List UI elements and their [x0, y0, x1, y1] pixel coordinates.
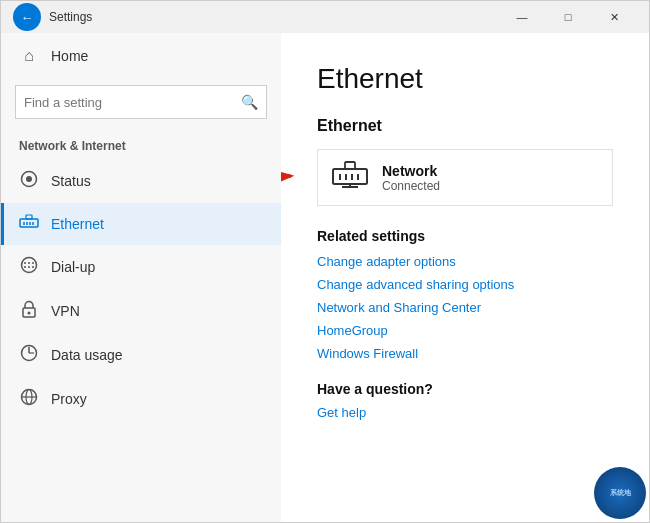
- sidebar-item-home[interactable]: ⌂ Home: [1, 33, 281, 79]
- svg-rect-22: [333, 169, 367, 184]
- firewall-link[interactable]: Windows Firewall: [317, 346, 613, 361]
- main-content: Ethernet Ethernet Netw: [281, 33, 649, 522]
- window-title: Settings: [49, 10, 92, 24]
- sidebar-item-vpn-label: VPN: [51, 303, 80, 319]
- dialup-icon: [19, 256, 39, 278]
- homegroup-link[interactable]: HomeGroup: [317, 323, 613, 338]
- network-sharing-center-link[interactable]: Network and Sharing Center: [317, 300, 613, 315]
- maximize-button[interactable]: □: [545, 1, 591, 33]
- ethernet-icon: [19, 214, 39, 234]
- svg-rect-23: [345, 162, 355, 169]
- network-card-icon: [332, 160, 368, 195]
- get-help-link[interactable]: Get help: [317, 405, 613, 420]
- network-status: Connected: [382, 179, 440, 193]
- related-settings-title: Related settings: [317, 228, 613, 244]
- svg-point-13: [28, 266, 30, 268]
- change-adapter-link[interactable]: Change adapter options: [317, 254, 613, 269]
- back-button[interactable]: ←: [13, 3, 41, 31]
- page-title: Ethernet: [317, 63, 613, 95]
- sidebar-item-dialup-label: Dial-up: [51, 259, 95, 275]
- sidebar-section-label: Network & Internet: [1, 131, 281, 159]
- settings-window: ← Settings — □ ✕ ⌂ Home 🔍 Network & Inte…: [0, 0, 650, 523]
- sidebar-item-ethernet[interactable]: Ethernet: [1, 203, 281, 245]
- sidebar-item-dialup[interactable]: Dial-up: [1, 245, 281, 289]
- close-button[interactable]: ✕: [591, 1, 637, 33]
- watermark-text: 系统地: [610, 489, 631, 497]
- ethernet-section-title: Ethernet: [317, 117, 613, 135]
- search-box[interactable]: 🔍: [15, 85, 267, 119]
- search-icon: 🔍: [241, 94, 258, 110]
- svg-point-8: [22, 258, 37, 273]
- svg-point-1: [26, 176, 32, 182]
- network-card[interactable]: Network Connected: [317, 149, 613, 206]
- titlebar-left: ← Settings: [13, 3, 92, 31]
- watermark: 系统地: [594, 467, 646, 519]
- sidebar-item-ethernet-label: Ethernet: [51, 216, 104, 232]
- sidebar-item-vpn[interactable]: VPN: [1, 289, 281, 333]
- sidebar-item-status-label: Status: [51, 173, 91, 189]
- svg-rect-2: [20, 219, 38, 227]
- sidebar: ⌂ Home 🔍 Network & Internet Status: [1, 33, 281, 522]
- minimize-button[interactable]: —: [499, 1, 545, 33]
- question-title: Have a question?: [317, 381, 613, 397]
- home-label: Home: [51, 48, 88, 64]
- svg-point-9: [24, 262, 26, 264]
- vpn-icon: [19, 300, 39, 322]
- svg-point-12: [24, 266, 26, 268]
- sidebar-item-status[interactable]: Status: [1, 159, 281, 203]
- home-icon: ⌂: [19, 47, 39, 65]
- datausage-icon: [19, 344, 39, 366]
- status-icon: [19, 170, 39, 192]
- sidebar-item-proxy[interactable]: Proxy: [1, 377, 281, 421]
- svg-point-14: [32, 266, 34, 268]
- window-controls: — □ ✕: [499, 1, 637, 33]
- content-area: ⌂ Home 🔍 Network & Internet Status: [1, 33, 649, 522]
- network-info: Network Connected: [382, 163, 440, 193]
- svg-point-10: [28, 262, 30, 264]
- sidebar-item-proxy-label: Proxy: [51, 391, 87, 407]
- change-sharing-link[interactable]: Change advanced sharing options: [317, 277, 613, 292]
- search-input[interactable]: [24, 95, 241, 110]
- svg-point-11: [32, 262, 34, 264]
- network-name: Network: [382, 163, 440, 179]
- sidebar-item-datausage[interactable]: Data usage: [1, 333, 281, 377]
- svg-point-16: [28, 312, 31, 315]
- arrow-overlay: [281, 121, 306, 205]
- sidebar-item-datausage-label: Data usage: [51, 347, 123, 363]
- titlebar: ← Settings — □ ✕: [1, 1, 649, 33]
- proxy-icon: [19, 388, 39, 410]
